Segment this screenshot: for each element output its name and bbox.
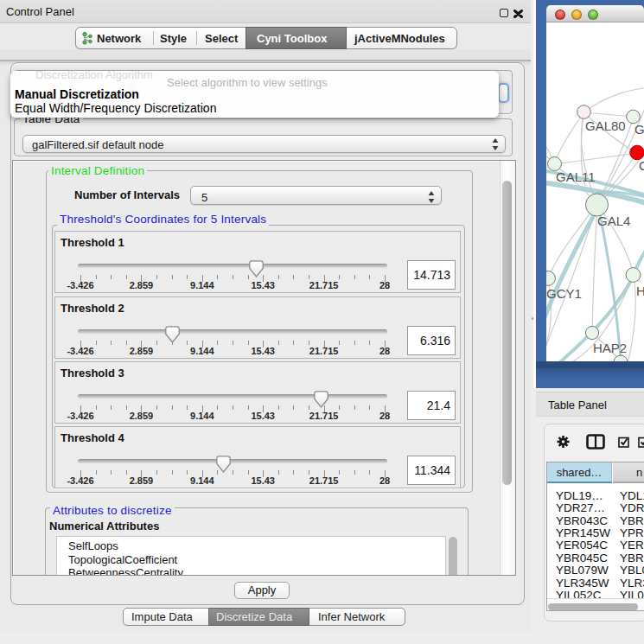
svg-text:GCY1: GCY1 [546,286,582,301]
svg-text:C: C [639,158,644,173]
svg-text:HAP2: HAP2 [593,341,627,355]
svg-text:G.: G. [634,122,644,137]
svg-text:GAL11: GAL11 [556,169,596,184]
svg-text:GAL80: GAL80 [585,118,626,133]
svg-text:GAL4: GAL4 [597,214,630,228]
svg-text:H: H [636,284,644,298]
